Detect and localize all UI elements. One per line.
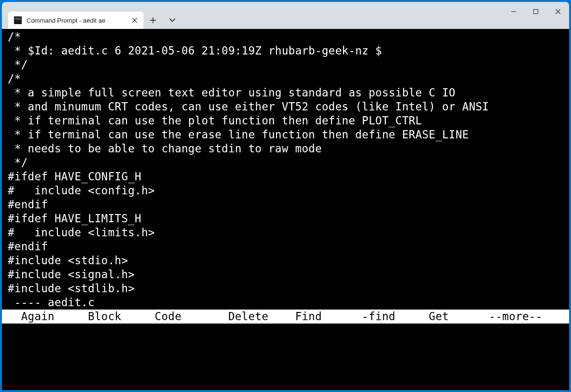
code-line: # include <config.h>: [2, 184, 569, 198]
tab-dropdown-button[interactable]: [163, 12, 182, 29]
minimize-button[interactable]: [502, 2, 525, 21]
tab-close-button[interactable]: [131, 16, 139, 24]
code-line: * and minumum CRT codes, can use either …: [2, 100, 569, 114]
tab-title: Command Prompt - aedit ae: [27, 17, 126, 24]
code-line: * a simple full screen text editor using…: [2, 86, 569, 100]
svg-rect-0: [534, 10, 538, 14]
code-line: /*: [2, 30, 569, 44]
code-line: * if terminal can use the erase line fun…: [2, 128, 569, 142]
code-line: # include <limits.h>: [2, 226, 569, 240]
terminal-content[interactable]: /* * $Id: aedit.c 6 2021-05-06 21:09:19Z…: [2, 29, 569, 390]
code-line: #include <signal.h>: [2, 268, 569, 282]
maximize-button[interactable]: [525, 2, 547, 21]
cmd-icon: [14, 16, 22, 24]
editor-menu-bar[interactable]: Again Block Code Delete Find -find Get -…: [2, 310, 569, 324]
code-line: #endif: [2, 240, 569, 254]
new-tab-button[interactable]: [143, 12, 163, 29]
code-line: /*: [2, 72, 569, 86]
code-line: * needs to be able to change stdin to ra…: [2, 142, 569, 156]
code-line: */: [2, 156, 569, 170]
code-line: * $Id: aedit.c 6 2021-05-06 21:09:19Z rh…: [2, 44, 569, 58]
tab-actions: [143, 12, 182, 29]
code-line: #include <stdio.h>: [2, 254, 569, 268]
code-line: #include <stdlib.h>: [2, 282, 569, 296]
code-line: #ifdef HAVE_LIMITS_H: [2, 212, 569, 226]
status-line: ---- aedit.c: [2, 296, 569, 310]
window-controls: [502, 2, 569, 21]
code-line: #endif: [2, 198, 569, 212]
code-line: * if terminal can use the plot function …: [2, 114, 569, 128]
code-line: #ifdef HAVE_CONFIG_H: [2, 170, 569, 184]
titlebar: Command Prompt - aedit ae: [2, 2, 569, 29]
close-button[interactable]: [547, 2, 569, 21]
code-line: */: [2, 58, 569, 72]
terminal-window: Command Prompt - aedit ae: [2, 2, 569, 390]
tab-active[interactable]: Command Prompt - aedit ae: [8, 12, 143, 29]
